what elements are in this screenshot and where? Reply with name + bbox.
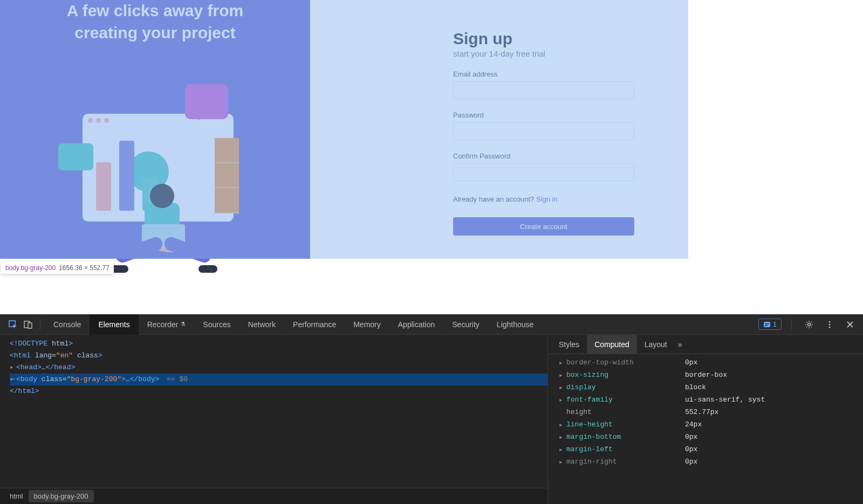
computed-row[interactable]: ▸font-familyui-sans-serif, syst	[559, 393, 863, 406]
tree-body[interactable]: ⋯▸<body class="bg-gray-200">…</body> == …	[10, 374, 547, 385]
browser-viewport: A few clicks away from creating your pro…	[0, 0, 776, 314]
breadcrumb: html body.bg-gray-200	[0, 488, 547, 504]
already-text: Already have an account?	[453, 195, 536, 203]
hero-illustration	[72, 92, 239, 259]
tab-lighthouse[interactable]: Lighthouse	[488, 314, 543, 335]
settings-button[interactable]	[802, 317, 817, 332]
hero-title-line1: A few clicks away from	[67, 2, 243, 19]
device-toolbar-button[interactable]	[20, 317, 36, 332]
devtools-tabbar: Console Elements Recorder ⚗ Sources Netw…	[0, 314, 863, 335]
tab-sources[interactable]: Sources	[194, 314, 239, 335]
side-tab-styles[interactable]: Styles	[551, 335, 587, 354]
issues-badge[interactable]: 1	[758, 319, 782, 330]
expand-caret-icon[interactable]: ▸	[559, 371, 566, 379]
signup-panel: Sign up start your 14-day free trial Ema…	[310, 0, 776, 259]
computed-row[interactable]: ▸margin-right0px	[559, 455, 863, 468]
computed-prop-name: height	[566, 408, 685, 416]
tab-security[interactable]: Security	[443, 314, 488, 335]
expand-caret-icon[interactable]: ▸	[559, 433, 566, 441]
gear-icon	[804, 320, 814, 329]
issues-icon	[763, 321, 771, 328]
email-field[interactable]	[453, 81, 634, 99]
left-hero-panel: A few clicks away from creating your pro…	[0, 0, 310, 259]
signin-link[interactable]: Sign in	[536, 195, 558, 203]
signup-subtitle: start your 14-day free trial	[453, 49, 776, 58]
tree-html[interactable]: <html lang="en" class>	[10, 350, 547, 362]
dom-tree[interactable]: <!DOCTYPE html> <html lang="en" class> ▸…	[0, 335, 547, 488]
crumb-html[interactable]: html	[4, 490, 29, 502]
expand-caret-icon[interactable]: ▸	[559, 383, 566, 392]
computed-prop-value: block	[685, 383, 706, 391]
expand-caret-icon[interactable]: ▸	[559, 396, 566, 404]
confirm-password-field[interactable]	[453, 163, 634, 181]
element-inspect-tooltip: body.bg-gray-200 1656.36 × 552.77	[1, 262, 114, 274]
inspect-icon	[8, 320, 18, 329]
confirm-password-label: Confirm Password	[453, 152, 634, 160]
svg-rect-4	[765, 323, 769, 325]
computed-prop-value: 0px	[685, 458, 697, 466]
svg-rect-5	[765, 325, 768, 326]
computed-prop-name: display	[566, 383, 685, 391]
expand-caret-icon[interactable]: ▸	[559, 420, 566, 429]
expand-caret-icon[interactable]: ▸	[559, 445, 566, 454]
computed-row[interactable]: ▸displayblock	[559, 381, 863, 393]
password-field[interactable]	[453, 122, 634, 140]
svg-rect-3	[764, 322, 770, 327]
tooltip-dimensions: 1656.36 × 552.77	[59, 264, 109, 272]
expand-caret-icon[interactable]: ▸	[559, 458, 566, 466]
kebab-icon	[825, 320, 834, 329]
computed-prop-name: border-top-width	[566, 358, 685, 367]
tab-performance[interactable]: Performance	[284, 314, 345, 335]
computed-prop-name: line-height	[566, 420, 685, 429]
signup-heading: Sign up	[453, 30, 776, 48]
devtools-right-controls: 1	[758, 317, 858, 332]
computed-row[interactable]: ▸border-top-width0px	[559, 356, 863, 369]
computed-list[interactable]: ▸border-top-width0px▸box-sizingborder-bo…	[548, 354, 863, 504]
password-group: Password	[453, 111, 634, 140]
computed-prop-name: font-family	[566, 396, 685, 404]
inspect-element-button[interactable]	[5, 317, 20, 332]
close-icon	[846, 320, 854, 329]
tab-application[interactable]: Application	[389, 314, 444, 335]
tab-recorder[interactable]: Recorder ⚗	[139, 314, 195, 335]
computed-row[interactable]: ▸margin-left0px	[559, 443, 863, 455]
password-label: Password	[453, 111, 634, 119]
computed-row[interactable]: ▸box-sizingborder-box	[559, 369, 863, 381]
computed-row[interactable]: ▸margin-bottom0px	[559, 431, 863, 443]
computed-row[interactable]: height552.77px	[559, 406, 863, 418]
tab-elements[interactable]: Elements	[90, 314, 138, 335]
sidebar-tabs: Styles Computed Layout »	[548, 335, 863, 354]
elements-pane: <!DOCTYPE html> <html lang="en" class> ▸…	[0, 335, 548, 504]
computed-row[interactable]: ▸line-height24px	[559, 418, 863, 431]
create-account-button[interactable]: Create account	[453, 217, 634, 236]
svg-point-7	[829, 321, 831, 322]
tab-network[interactable]: Network	[239, 314, 284, 335]
tab-console[interactable]: Console	[45, 314, 90, 335]
side-tabs-more[interactable]: »	[678, 340, 682, 349]
computed-prop-value: 24px	[685, 420, 702, 429]
close-devtools-button[interactable]	[843, 317, 858, 332]
expand-caret-icon[interactable]: ▸	[559, 358, 566, 367]
svg-rect-2	[28, 323, 32, 328]
tree-doctype[interactable]: <!DOCTYPE html>	[10, 338, 547, 350]
hero-title: A few clicks away from creating your pro…	[67, 0, 243, 44]
email-label: Email address	[453, 70, 634, 78]
side-tab-layout[interactable]: Layout	[637, 335, 675, 354]
tab-memory[interactable]: Memory	[345, 314, 389, 335]
more-button[interactable]	[822, 317, 837, 332]
tab-separator	[40, 319, 40, 330]
tree-head[interactable]: ▸<head>…</head>	[10, 362, 547, 374]
devtools-panel: Console Elements Recorder ⚗ Sources Netw…	[0, 314, 863, 504]
computed-prop-name: margin-bottom	[566, 433, 685, 441]
crumb-body[interactable]: body.bg-gray-200	[29, 490, 94, 502]
already-have-account: Already have an account? Sign in	[453, 195, 776, 203]
email-group: Email address	[453, 70, 634, 99]
styles-sidebar: Styles Computed Layout » ▸border-top-wid…	[548, 335, 863, 504]
side-tab-computed[interactable]: Computed	[587, 335, 637, 354]
computed-prop-name: margin-right	[566, 458, 685, 466]
tree-html-close[interactable]: </html>	[10, 385, 547, 397]
computed-prop-value: 0px	[685, 433, 697, 441]
computed-prop-value: ui-sans-serif, syst	[685, 396, 765, 404]
tooltip-selector: body.bg-gray-200	[5, 264, 56, 272]
confirm-password-group: Confirm Password	[453, 152, 634, 181]
